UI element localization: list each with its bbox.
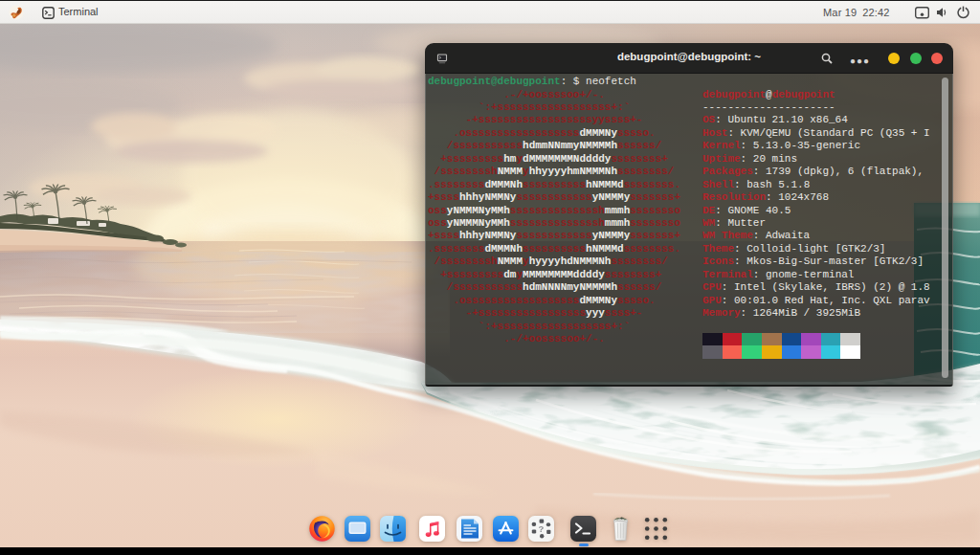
svg-text:?: ? (539, 523, 545, 534)
